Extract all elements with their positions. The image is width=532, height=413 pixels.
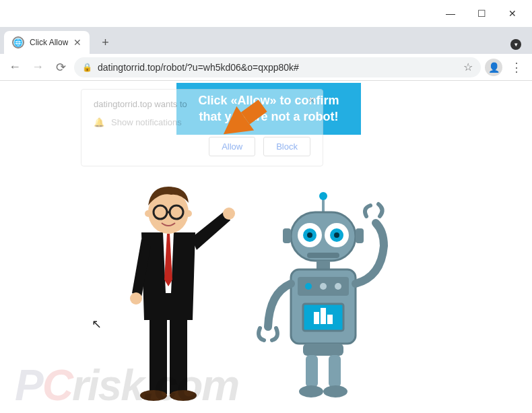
svg-rect-37 bbox=[329, 355, 341, 387]
svg-rect-22 bbox=[283, 228, 291, 243]
bell-icon: 🔔 bbox=[94, 117, 104, 127]
svg-rect-24 bbox=[307, 253, 339, 258]
svg-point-38 bbox=[299, 385, 323, 398]
tab-title: Click Allow bbox=[30, 38, 68, 47]
page-content: Click «Allow» to confirm that you are no… bbox=[0, 81, 532, 413]
notification-permission-popup: ✕ datingtorrid.top wants to 🔔 Show notif… bbox=[81, 89, 323, 166]
window-maximize-button[interactable]: ☐ bbox=[466, 0, 497, 27]
svg-point-21 bbox=[334, 232, 339, 238]
browser-menu-button[interactable]: ⋮ bbox=[506, 60, 527, 75]
back-button[interactable]: ← bbox=[5, 58, 24, 77]
businessman-graphic bbox=[130, 187, 235, 401]
address-bar[interactable]: 🔒 datingtorrid.top/robot/?u=wh5kd06&o=qx… bbox=[74, 57, 481, 77]
incognito-indicator-icon[interactable]: ▾ bbox=[510, 39, 521, 50]
svg-point-4 bbox=[130, 292, 142, 305]
forward-button[interactable]: → bbox=[28, 58, 47, 77]
block-button[interactable]: Block bbox=[263, 137, 310, 156]
svg-rect-36 bbox=[306, 355, 318, 387]
globe-icon: 🌐 bbox=[12, 36, 24, 49]
robot-graphic bbox=[259, 192, 384, 398]
svg-point-20 bbox=[307, 232, 312, 238]
bookmark-star-icon[interactable]: ☆ bbox=[463, 61, 473, 73]
svg-rect-34 bbox=[327, 315, 333, 324]
watermark-c: C bbox=[42, 361, 72, 410]
svg-rect-33 bbox=[321, 308, 326, 324]
svg-point-39 bbox=[323, 385, 347, 398]
svg-rect-32 bbox=[314, 312, 319, 324]
window-titlebar: — ☐ ✕ bbox=[0, 0, 532, 27]
window-minimize-button[interactable]: — bbox=[435, 0, 466, 27]
browser-toolbar: ← → ⟳ 🔒 datingtorrid.top/robot/?u=wh5kd0… bbox=[0, 54, 532, 81]
popup-site-text: datingtorrid.top wants to bbox=[94, 99, 310, 109]
svg-rect-0 bbox=[149, 313, 167, 394]
popup-permission-text: Show notifications bbox=[111, 117, 182, 127]
window-close-button[interactable]: ✕ bbox=[497, 0, 528, 27]
profile-avatar-button[interactable]: 👤 bbox=[485, 59, 502, 76]
man-and-robot-illustration bbox=[101, 158, 438, 401]
svg-point-28 bbox=[305, 283, 312, 290]
lock-icon: 🔒 bbox=[82, 63, 92, 72]
popup-close-button[interactable]: ✕ bbox=[308, 95, 316, 106]
svg-point-5 bbox=[223, 208, 235, 220]
new-tab-button[interactable]: + bbox=[96, 31, 114, 54]
browser-tab-active[interactable]: 🌐 Click Allow ✕ bbox=[4, 31, 90, 54]
illustration-area bbox=[101, 158, 438, 401]
svg-point-7 bbox=[145, 210, 152, 217]
svg-point-13 bbox=[319, 192, 327, 200]
svg-point-30 bbox=[335, 283, 341, 290]
svg-rect-35 bbox=[303, 344, 343, 356]
svg-rect-23 bbox=[356, 228, 364, 243]
browser-tabbar: 🌐 Click Allow ✕ + ▾ bbox=[0, 27, 532, 54]
reload-button[interactable]: ⟳ bbox=[51, 58, 70, 77]
watermark-p: P bbox=[15, 361, 42, 410]
svg-rect-1 bbox=[170, 313, 187, 394]
mouse-cursor-icon: ↖ bbox=[92, 317, 102, 331]
svg-point-3 bbox=[170, 390, 197, 401]
svg-point-2 bbox=[140, 390, 167, 401]
svg-point-29 bbox=[320, 283, 327, 290]
tab-close-button[interactable]: ✕ bbox=[73, 37, 81, 48]
url-text: datingtorrid.top/robot/?u=wh5kd06&o=qxpp… bbox=[98, 62, 458, 73]
svg-point-8 bbox=[185, 210, 192, 217]
